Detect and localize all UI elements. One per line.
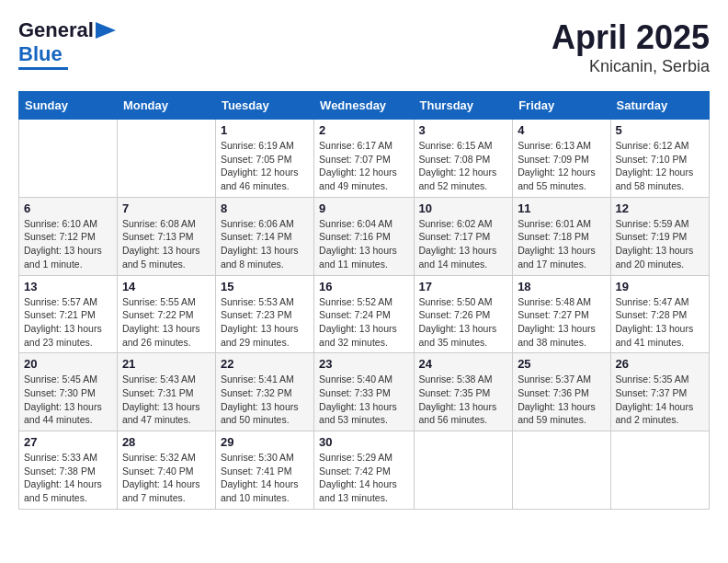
day-info: Sunrise: 6:12 AM Sunset: 7:10 PM Dayligh…	[616, 139, 704, 193]
day-number: 23	[319, 357, 408, 371]
col-header-tuesday: Tuesday	[215, 92, 313, 120]
day-number: 27	[24, 435, 112, 449]
day-number: 12	[616, 201, 704, 215]
day-info: Sunrise: 6:10 AM Sunset: 7:12 PM Dayligh…	[24, 217, 112, 271]
title-block: April 2025 Knicanin, Serbia	[552, 18, 710, 76]
calendar-cell: 5Sunrise: 6:12 AM Sunset: 7:10 PM Daylig…	[610, 120, 709, 198]
day-number: 13	[24, 280, 112, 293]
day-number: 24	[419, 357, 508, 371]
calendar-cell	[19, 120, 118, 198]
calendar-cell: 13Sunrise: 5:57 AM Sunset: 7:21 PM Dayli…	[19, 275, 118, 353]
calendar-cell: 25Sunrise: 5:37 AM Sunset: 7:36 PM Dayli…	[513, 353, 610, 431]
calendar-cell: 7Sunrise: 6:08 AM Sunset: 7:13 PM Daylig…	[117, 197, 215, 275]
calendar-cell: 1Sunrise: 6:19 AM Sunset: 7:05 PM Daylig…	[215, 120, 313, 198]
svg-marker-0	[96, 22, 116, 39]
day-number: 15	[221, 280, 309, 293]
page-subtitle: Knicanin, Serbia	[552, 57, 710, 76]
day-info: Sunrise: 5:53 AM Sunset: 7:23 PM Dayligh…	[221, 295, 309, 350]
day-info: Sunrise: 5:52 AM Sunset: 7:24 PM Dayligh…	[319, 295, 408, 350]
day-number: 1	[221, 123, 309, 137]
day-number: 17	[419, 280, 508, 293]
calendar-cell: 9Sunrise: 6:04 AM Sunset: 7:16 PM Daylig…	[314, 197, 414, 275]
day-number: 19	[616, 280, 704, 293]
day-number: 8	[221, 201, 309, 215]
calendar-cell: 30Sunrise: 5:29 AM Sunset: 7:42 PM Dayli…	[314, 431, 414, 510]
logo: General Blue	[18, 18, 116, 70]
day-info: Sunrise: 6:13 AM Sunset: 7:09 PM Dayligh…	[518, 139, 605, 193]
day-info: Sunrise: 5:57 AM Sunset: 7:21 PM Dayligh…	[24, 295, 112, 350]
day-info: Sunrise: 6:01 AM Sunset: 7:18 PM Dayligh…	[518, 217, 605, 271]
day-info: Sunrise: 5:38 AM Sunset: 7:35 PM Dayligh…	[419, 373, 508, 427]
logo-arrow-icon	[96, 22, 116, 39]
day-number: 30	[319, 435, 408, 449]
day-number: 22	[221, 357, 309, 371]
calendar-cell: 12Sunrise: 5:59 AM Sunset: 7:19 PM Dayli…	[610, 197, 709, 275]
calendar-cell: 3Sunrise: 6:15 AM Sunset: 7:08 PM Daylig…	[414, 120, 513, 198]
col-header-saturday: Saturday	[610, 92, 709, 120]
calendar-header-row: SundayMondayTuesdayWednesdayThursdayFrid…	[19, 92, 710, 120]
calendar-cell: 6Sunrise: 6:10 AM Sunset: 7:12 PM Daylig…	[19, 197, 118, 275]
day-number: 5	[616, 123, 704, 137]
day-number: 3	[419, 123, 508, 137]
day-number: 16	[319, 280, 408, 293]
day-info: Sunrise: 5:32 AM Sunset: 7:40 PM Dayligh…	[122, 451, 210, 505]
calendar-cell	[513, 431, 610, 510]
day-info: Sunrise: 6:15 AM Sunset: 7:08 PM Dayligh…	[419, 139, 508, 193]
col-header-sunday: Sunday	[19, 92, 118, 120]
page-title: April 2025	[552, 18, 710, 57]
day-info: Sunrise: 5:48 AM Sunset: 7:27 PM Dayligh…	[518, 295, 605, 350]
day-info: Sunrise: 6:08 AM Sunset: 7:13 PM Dayligh…	[122, 217, 210, 271]
day-info: Sunrise: 5:40 AM Sunset: 7:33 PM Dayligh…	[319, 373, 408, 427]
day-info: Sunrise: 6:17 AM Sunset: 7:07 PM Dayligh…	[319, 139, 408, 193]
calendar-cell: 18Sunrise: 5:48 AM Sunset: 7:27 PM Dayli…	[513, 275, 610, 353]
calendar-cell: 23Sunrise: 5:40 AM Sunset: 7:33 PM Dayli…	[314, 353, 414, 431]
calendar-cell: 11Sunrise: 6:01 AM Sunset: 7:18 PM Dayli…	[513, 197, 610, 275]
day-number: 10	[419, 201, 508, 215]
calendar-table: SundayMondayTuesdayWednesdayThursdayFrid…	[18, 91, 710, 510]
calendar-cell	[610, 431, 709, 510]
logo-blue-text: Blue	[18, 42, 63, 66]
logo-underline	[18, 67, 68, 70]
day-number: 21	[122, 357, 210, 371]
day-info: Sunrise: 6:04 AM Sunset: 7:16 PM Dayligh…	[319, 217, 408, 271]
calendar-week-row: 27Sunrise: 5:33 AM Sunset: 7:38 PM Dayli…	[19, 431, 710, 510]
day-info: Sunrise: 5:29 AM Sunset: 7:42 PM Dayligh…	[319, 451, 408, 505]
calendar-cell: 10Sunrise: 6:02 AM Sunset: 7:17 PM Dayli…	[414, 197, 513, 275]
calendar-cell: 2Sunrise: 6:17 AM Sunset: 7:07 PM Daylig…	[314, 120, 414, 198]
calendar-week-row: 13Sunrise: 5:57 AM Sunset: 7:21 PM Dayli…	[19, 275, 710, 353]
col-header-monday: Monday	[117, 92, 215, 120]
logo-text: General	[18, 18, 94, 42]
day-info: Sunrise: 5:35 AM Sunset: 7:37 PM Dayligh…	[616, 373, 704, 427]
calendar-cell: 24Sunrise: 5:38 AM Sunset: 7:35 PM Dayli…	[414, 353, 513, 431]
day-number: 26	[616, 357, 704, 371]
calendar-cell	[414, 431, 513, 510]
calendar-cell: 17Sunrise: 5:50 AM Sunset: 7:26 PM Dayli…	[414, 275, 513, 353]
day-info: Sunrise: 5:50 AM Sunset: 7:26 PM Dayligh…	[419, 295, 508, 350]
calendar-cell: 14Sunrise: 5:55 AM Sunset: 7:22 PM Dayli…	[117, 275, 215, 353]
page-header: General Blue April 2025 Knicanin, Serbia	[18, 18, 710, 76]
day-info: Sunrise: 6:02 AM Sunset: 7:17 PM Dayligh…	[419, 217, 508, 271]
day-number: 14	[122, 280, 210, 293]
calendar-cell: 8Sunrise: 6:06 AM Sunset: 7:14 PM Daylig…	[215, 197, 313, 275]
calendar-cell: 20Sunrise: 5:45 AM Sunset: 7:30 PM Dayli…	[19, 353, 118, 431]
calendar-cell: 27Sunrise: 5:33 AM Sunset: 7:38 PM Dayli…	[19, 431, 118, 510]
day-number: 18	[518, 280, 605, 293]
day-info: Sunrise: 5:41 AM Sunset: 7:32 PM Dayligh…	[221, 373, 309, 427]
calendar-cell: 19Sunrise: 5:47 AM Sunset: 7:28 PM Dayli…	[610, 275, 709, 353]
day-number: 28	[122, 435, 210, 449]
day-info: Sunrise: 5:45 AM Sunset: 7:30 PM Dayligh…	[24, 373, 112, 427]
day-number: 25	[518, 357, 605, 371]
day-info: Sunrise: 5:30 AM Sunset: 7:41 PM Dayligh…	[221, 451, 309, 505]
day-number: 20	[24, 357, 112, 371]
calendar-cell	[117, 120, 215, 198]
day-number: 6	[24, 201, 112, 215]
day-info: Sunrise: 6:19 AM Sunset: 7:05 PM Dayligh…	[221, 139, 309, 193]
day-info: Sunrise: 5:37 AM Sunset: 7:36 PM Dayligh…	[518, 373, 605, 427]
calendar-cell: 29Sunrise: 5:30 AM Sunset: 7:41 PM Dayli…	[215, 431, 313, 510]
calendar-cell: 21Sunrise: 5:43 AM Sunset: 7:31 PM Dayli…	[117, 353, 215, 431]
col-header-wednesday: Wednesday	[314, 92, 414, 120]
calendar-cell: 22Sunrise: 5:41 AM Sunset: 7:32 PM Dayli…	[215, 353, 313, 431]
day-number: 9	[319, 201, 408, 215]
day-number: 7	[122, 201, 210, 215]
day-number: 29	[221, 435, 309, 449]
